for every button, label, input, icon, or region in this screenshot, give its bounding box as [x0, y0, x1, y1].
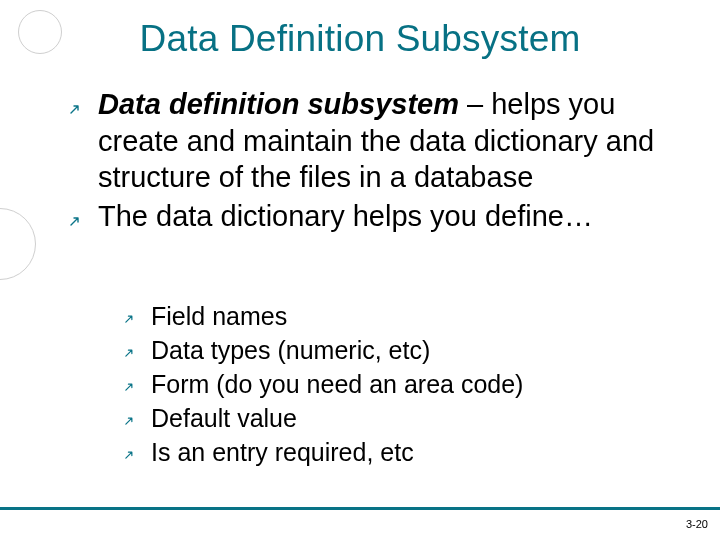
- list-item: Data types (numeric, etc): [125, 334, 665, 367]
- list-item: Field names: [125, 300, 665, 333]
- arrow-icon: [125, 334, 151, 357]
- page-title: Data Definition Subsystem: [0, 18, 720, 60]
- list-item: Data definition subsystem – helps you cr…: [70, 86, 676, 196]
- bullet-text: The data dictionary helps you define…: [98, 198, 593, 235]
- list-item: Default value: [125, 402, 665, 435]
- main-bullet-list: Data definition subsystem – helps you cr…: [70, 86, 676, 236]
- bullet-text: Default value: [151, 402, 297, 435]
- arrow-icon: [70, 198, 98, 226]
- bullet-text: Field names: [151, 300, 287, 333]
- arrow-icon: [125, 402, 151, 425]
- arrow-icon: [125, 368, 151, 391]
- list-item: Is an entry required, etc: [125, 436, 665, 469]
- arrow-icon: [70, 86, 98, 114]
- arrow-icon: [125, 300, 151, 323]
- bullet-text: Form (do you need an area code): [151, 368, 523, 401]
- decor-circle-side: [0, 208, 36, 280]
- arrow-icon: [125, 436, 151, 459]
- list-item: Form (do you need an area code): [125, 368, 665, 401]
- list-item: The data dictionary helps you define…: [70, 198, 676, 235]
- bottom-divider: [0, 507, 720, 510]
- bullet-text: Data definition subsystem – helps you cr…: [98, 86, 676, 196]
- bullet-text: Is an entry required, etc: [151, 436, 414, 469]
- sub-bullet-list: Field names Data types (numeric, etc) Fo…: [125, 300, 665, 470]
- slide-number: 3-20: [686, 518, 708, 530]
- bullet-text: Data types (numeric, etc): [151, 334, 430, 367]
